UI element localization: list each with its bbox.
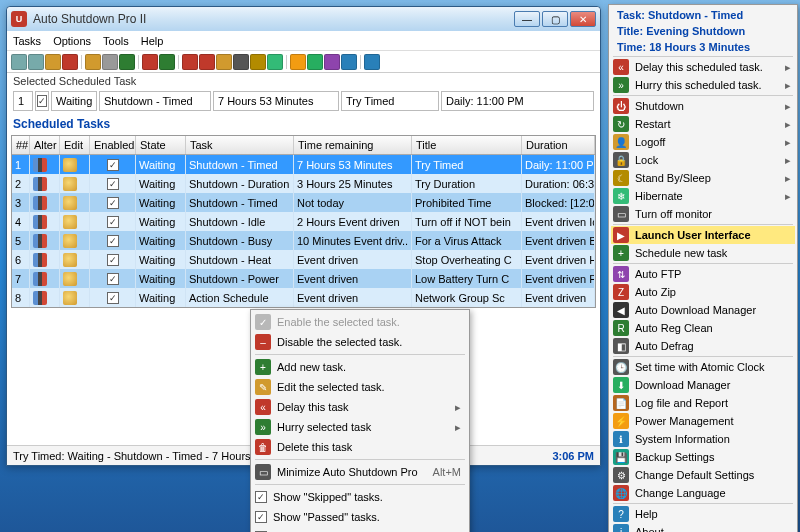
enabled-checkbox[interactable]: ✓ — [107, 254, 119, 266]
enabled-checkbox[interactable]: ✓ — [107, 273, 119, 285]
table-row[interactable]: 1✓WaitingShutdown - Timed7 Hours 53 Minu… — [12, 155, 595, 174]
sel-check[interactable]: ✓ — [35, 91, 49, 111]
tray-menu-item[interactable]: 🌐Change Language — [611, 484, 795, 502]
context-menu-item[interactable]: «Delay this task▸ — [253, 397, 467, 417]
edit-icon[interactable] — [63, 291, 77, 305]
tray-menu-item[interactable]: ⏻Shutdown▸ — [611, 97, 795, 115]
tray-menu-item[interactable]: iAbout — [611, 523, 795, 532]
toolbar-button[interactable] — [142, 54, 158, 70]
menu-tools[interactable]: Tools — [103, 35, 129, 47]
enabled-checkbox[interactable]: ✓ — [107, 235, 119, 247]
col-state[interactable]: State — [136, 136, 186, 154]
tray-menu-item[interactable]: ▶Launch User Interface — [611, 226, 795, 244]
tray-menu-item[interactable]: ⚙Change Default Settings — [611, 466, 795, 484]
alter-icon[interactable] — [33, 234, 47, 248]
tray-menu-item[interactable]: ⇅Auto FTP — [611, 265, 795, 283]
col-title[interactable]: Title — [412, 136, 522, 154]
tray-menu-item[interactable]: ◀Auto Download Manager — [611, 301, 795, 319]
alter-icon[interactable] — [33, 291, 47, 305]
tray-menu-item[interactable]: ❄Hibernate▸ — [611, 187, 795, 205]
context-menu-item[interactable]: +Add new task. — [253, 357, 467, 377]
tray-menu-item[interactable]: +Schedule new task — [611, 244, 795, 262]
table-row[interactable]: 7✓WaitingShutdown - PowerEvent drivenLow… — [12, 269, 595, 288]
tray-menu-item[interactable]: 👤Logoff▸ — [611, 133, 795, 151]
toolbar-button[interactable] — [11, 54, 27, 70]
edit-icon[interactable] — [63, 196, 77, 210]
enabled-checkbox[interactable]: ✓ — [107, 292, 119, 304]
edit-icon[interactable] — [63, 272, 77, 286]
minimize-button[interactable]: — — [514, 11, 540, 27]
toolbar-button[interactable] — [102, 54, 118, 70]
table-row[interactable]: 5✓WaitingShutdown - Busy10 Minutes Event… — [12, 231, 595, 250]
titlebar[interactable]: U Auto Shutdown Pro II — ▢ ✕ — [7, 7, 600, 31]
toolbar-button[interactable] — [233, 54, 249, 70]
context-menu-item[interactable]: ✎Edit the selected task. — [253, 377, 467, 397]
edit-icon[interactable] — [63, 253, 77, 267]
alter-icon[interactable] — [33, 177, 47, 191]
tray-menu-item[interactable]: 💾Backup Settings — [611, 448, 795, 466]
col-task[interactable]: Task — [186, 136, 294, 154]
edit-icon[interactable] — [63, 215, 77, 229]
tray-menu[interactable]: Task: Shutdown - TimedTitle: Evening Shu… — [608, 4, 798, 532]
toolbar-button[interactable] — [267, 54, 283, 70]
alter-icon[interactable] — [33, 158, 47, 172]
enabled-checkbox[interactable]: ✓ — [107, 178, 119, 190]
context-menu-item[interactable]: »Hurry selected task▸ — [253, 417, 467, 437]
col-time[interactable]: Time remaining — [294, 136, 412, 154]
table-row[interactable]: 3✓WaitingShutdown - TimedNot todayProhib… — [12, 193, 595, 212]
toolbar-button[interactable] — [307, 54, 323, 70]
tray-menu-item[interactable]: »Hurry this scheduled task.▸ — [611, 76, 795, 94]
alter-icon[interactable] — [33, 253, 47, 267]
enabled-checkbox[interactable]: ✓ — [107, 159, 119, 171]
table-row[interactable]: 6✓WaitingShutdown - HeatEvent drivenStop… — [12, 250, 595, 269]
toolbar-button[interactable] — [182, 54, 198, 70]
context-menu[interactable]: ✓Enable the selected task.–Disable the s… — [250, 309, 470, 532]
toolbar-button[interactable] — [159, 54, 175, 70]
toolbar-button[interactable] — [85, 54, 101, 70]
tray-menu-item[interactable]: ▭Turn off monitor — [611, 205, 795, 223]
tray-menu-item[interactable]: 📄Log file and Report — [611, 394, 795, 412]
tray-menu-item[interactable]: ◧Auto Defrag — [611, 337, 795, 355]
close-button[interactable]: ✕ — [570, 11, 596, 27]
tray-menu-item[interactable]: «Delay this scheduled task.▸ — [611, 58, 795, 76]
menu-options[interactable]: Options — [53, 35, 91, 47]
context-menu-item[interactable]: ✓Enable the selected task. — [253, 312, 467, 332]
context-menu-item[interactable]: ✓Show "Passed" tasks. — [253, 507, 467, 527]
tray-menu-item[interactable]: ↻Restart▸ — [611, 115, 795, 133]
toolbar-button[interactable] — [290, 54, 306, 70]
alter-icon[interactable] — [33, 215, 47, 229]
toolbar-button[interactable] — [341, 54, 357, 70]
table-row[interactable]: 4✓WaitingShutdown - Idle2 Hours Event dr… — [12, 212, 595, 231]
menu-help[interactable]: Help — [141, 35, 164, 47]
tray-menu-item[interactable]: ZAuto Zip — [611, 283, 795, 301]
tray-menu-item[interactable]: ⚡Power Management — [611, 412, 795, 430]
toolbar-button[interactable] — [250, 54, 266, 70]
tray-menu-item[interactable]: 🔒Lock▸ — [611, 151, 795, 169]
edit-icon[interactable] — [63, 234, 77, 248]
enabled-checkbox[interactable]: ✓ — [107, 197, 119, 209]
toolbar-button[interactable] — [364, 54, 380, 70]
tray-menu-item[interactable]: ☾Stand By/Sleep▸ — [611, 169, 795, 187]
enabled-checkbox[interactable]: ✓ — [107, 216, 119, 228]
alter-icon[interactable] — [33, 196, 47, 210]
tray-menu-item[interactable]: ℹSystem Information — [611, 430, 795, 448]
col-edit[interactable]: Edit — [60, 136, 90, 154]
tray-menu-item[interactable]: ?Help — [611, 505, 795, 523]
toolbar-button[interactable] — [324, 54, 340, 70]
toolbar-button[interactable] — [216, 54, 232, 70]
menu-tasks[interactable]: Tasks — [13, 35, 41, 47]
toolbar-button[interactable] — [199, 54, 215, 70]
toolbar-button[interactable] — [45, 54, 61, 70]
toolbar-button[interactable] — [28, 54, 44, 70]
table-row[interactable]: 8✓WaitingAction ScheduleEvent drivenNetw… — [12, 288, 595, 307]
col-enabled[interactable]: Enabled — [90, 136, 136, 154]
alter-icon[interactable] — [33, 272, 47, 286]
col-alter[interactable]: Alter — [30, 136, 60, 154]
context-menu-item[interactable]: ✓Show "Skipped" tasks. — [253, 487, 467, 507]
edit-icon[interactable] — [63, 177, 77, 191]
toolbar-button[interactable] — [62, 54, 78, 70]
col-num[interactable]: ## — [12, 136, 30, 154]
context-menu-item[interactable]: ✓Show "Done" tasks. — [253, 527, 467, 532]
tray-menu-item[interactable]: ⬇Download Manager — [611, 376, 795, 394]
table-row[interactable]: 2✓WaitingShutdown - Duration3 Hours 25 M… — [12, 174, 595, 193]
